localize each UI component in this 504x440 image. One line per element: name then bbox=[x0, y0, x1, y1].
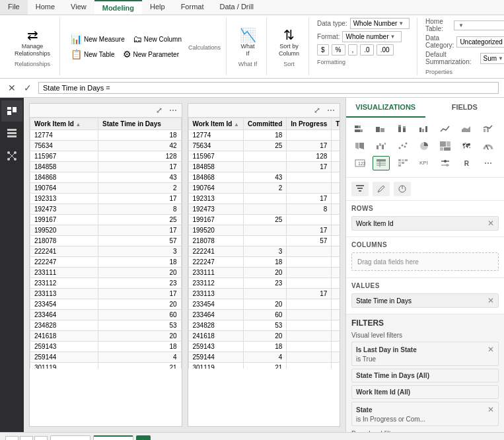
table2-inprogress bbox=[287, 215, 332, 225]
tab-view[interactable]: View bbox=[63, 0, 94, 15]
data-category-dropdown[interactable]: Uncategorized ▼ bbox=[456, 36, 504, 48]
table2-total: 17 bbox=[332, 289, 340, 299]
viz-clustered-col[interactable] bbox=[415, 122, 433, 136]
table2-workitemid: 192473 bbox=[188, 204, 244, 215]
table2-workitemid: 184858 bbox=[188, 162, 244, 172]
page-tab-2[interactable]: Page 2 bbox=[93, 435, 133, 441]
table2-expand-btn[interactable]: ⤢ bbox=[312, 105, 322, 116]
svg-rect-60 bbox=[357, 188, 363, 189]
home-table-dropdown[interactable]: ▼ bbox=[454, 20, 504, 30]
state-days-remove-btn[interactable]: ✕ bbox=[487, 296, 494, 305]
currency-button[interactable]: $ bbox=[317, 44, 329, 55]
viz-table[interactable] bbox=[373, 156, 390, 170]
table-row: 1923131717 bbox=[188, 194, 340, 204]
viz-area[interactable] bbox=[458, 122, 475, 136]
svg-point-34 bbox=[404, 146, 406, 148]
viz-more[interactable]: ⋯ bbox=[480, 156, 497, 170]
sidebar-data-icon[interactable] bbox=[1, 123, 22, 144]
viz-stacked-bar[interactable] bbox=[351, 122, 369, 136]
viz-line-col[interactable] bbox=[480, 122, 497, 136]
data-type-arrow: ▼ bbox=[398, 20, 404, 26]
percent-button[interactable]: % bbox=[332, 44, 345, 55]
ribbon-tabs: File Home View Modeling Help Format Data… bbox=[0, 0, 504, 15]
viz-kpi[interactable]: KPI bbox=[415, 156, 433, 170]
viz-r[interactable]: R bbox=[458, 156, 475, 170]
table1-header-bar: ⤢ ⋯ bbox=[30, 104, 182, 118]
decimal-increase-button[interactable]: .00 bbox=[377, 44, 394, 55]
viz-card[interactable]: 123 bbox=[351, 156, 369, 170]
table2-inprogress bbox=[287, 342, 332, 352]
formula-confirm-button[interactable]: ✓ bbox=[21, 81, 34, 94]
manage-relationships-button[interactable]: ⇄ ManageRelationships bbox=[11, 26, 54, 60]
table1-statedays: 128 bbox=[98, 151, 181, 162]
nav-next-btn[interactable]: ▶ bbox=[34, 436, 48, 441]
filter-last-day-header: Is Last Day in State ✕ bbox=[356, 345, 494, 354]
svg-rect-30 bbox=[382, 145, 384, 149]
filter-state-remove[interactable]: ✕ bbox=[487, 405, 494, 414]
viz-filter-analytics-btn[interactable] bbox=[394, 182, 411, 196]
tab-modeling[interactable]: Modeling bbox=[94, 0, 142, 15]
nav-prev-btn[interactable]: ◀ bbox=[20, 436, 33, 441]
viz-slicer[interactable] bbox=[437, 156, 454, 170]
formula-cancel-button[interactable]: ✕ bbox=[5, 81, 18, 94]
filter-state-name: State bbox=[356, 406, 372, 414]
table2-committed: 18 bbox=[244, 342, 287, 352]
filter-state-time-in-days[interactable]: State Time in Days (All) bbox=[351, 369, 499, 383]
state-days-chip[interactable]: State Time in Days ✕ bbox=[351, 293, 499, 308]
new-measure-button[interactable]: 📊 New Measure bbox=[68, 32, 127, 46]
sort-by-column-button[interactable]: ⇅ Sort byColumn bbox=[275, 26, 303, 60]
columns-drop-zone[interactable]: Drag data fields here bbox=[351, 252, 499, 271]
viz-filter-fields-btn[interactable] bbox=[351, 182, 369, 196]
comma-button[interactable]: , bbox=[348, 44, 358, 55]
sidebar-model-icon[interactable] bbox=[1, 145, 22, 166]
nav-first-btn[interactable]: ◀◀ bbox=[5, 436, 18, 441]
decimal-decrease-button[interactable]: .0 bbox=[360, 44, 373, 55]
tab-data-drill[interactable]: Data / Drill bbox=[211, 0, 261, 15]
data-type-dropdown[interactable]: Whole Number ▼ bbox=[350, 18, 410, 29]
viz-filter-format-btn[interactable] bbox=[373, 182, 390, 196]
viz-scatter[interactable] bbox=[394, 139, 412, 153]
formula-bar-input[interactable] bbox=[38, 82, 499, 94]
viz-treemap[interactable] bbox=[437, 139, 454, 153]
work-item-id-chip[interactable]: Work Item Id ✕ bbox=[351, 216, 499, 231]
filter-state[interactable]: State ✕ is In Progress or Com... bbox=[351, 402, 499, 426]
tab-help[interactable]: Help bbox=[142, 0, 173, 15]
viz-map[interactable]: 🗺 bbox=[458, 139, 475, 153]
filter-last-day-remove[interactable]: ✕ bbox=[487, 345, 494, 354]
sidebar-report-icon[interactable] bbox=[1, 100, 22, 122]
format-dropdown[interactable]: Whole number ▼ bbox=[342, 31, 402, 42]
table1-expand-btn[interactable]: ⤢ bbox=[154, 105, 164, 116]
viz-clustered-bar[interactable] bbox=[373, 122, 390, 136]
viz-waterfall[interactable] bbox=[373, 139, 390, 153]
table2-inprogress bbox=[287, 278, 332, 289]
page-tab-1[interactable]: Page 1 bbox=[50, 435, 90, 440]
svg-rect-21 bbox=[403, 126, 406, 128]
table2-menu-btn[interactable]: ⋯ bbox=[325, 105, 337, 116]
tab-visualizations[interactable]: VISUALIZATIONS bbox=[346, 98, 425, 118]
viz-stacked-col[interactable] bbox=[394, 122, 412, 136]
summarization-dropdown[interactable]: Sum ▼ bbox=[480, 53, 504, 64]
table1-statedays: 43 bbox=[98, 172, 181, 183]
table1-menu-btn[interactable]: ⋯ bbox=[167, 105, 179, 116]
tab-file[interactable]: File bbox=[0, 0, 28, 15]
viz-pie[interactable] bbox=[415, 139, 433, 153]
viz-ribbon[interactable] bbox=[351, 139, 369, 153]
filter-last-day-in-state[interactable]: Is Last Day in State ✕ is True bbox=[351, 342, 499, 366]
new-table-button[interactable]: 📋 New Table bbox=[68, 48, 118, 61]
tab-fields[interactable]: FIELDS bbox=[425, 98, 505, 118]
work-item-id-remove-btn[interactable]: ✕ bbox=[487, 219, 494, 228]
table1-scroll[interactable]: Work Item Id ▲ State Time in Days 127741… bbox=[30, 118, 182, 369]
table1-workitemid: 241618 bbox=[30, 331, 98, 342]
viz-matrix[interactable] bbox=[394, 156, 412, 170]
new-column-button[interactable]: 🗂 New Column bbox=[130, 32, 184, 46]
viz-gauge[interactable] bbox=[480, 139, 497, 153]
tab-format[interactable]: Format bbox=[173, 0, 212, 15]
filter-work-item-id[interactable]: Work Item Id (All) bbox=[351, 385, 499, 399]
add-page-button[interactable]: + bbox=[136, 435, 151, 441]
viz-line[interactable] bbox=[437, 122, 454, 136]
new-parameter-button[interactable]: ⚙ New Parameter bbox=[120, 48, 182, 61]
table2-scroll[interactable]: Work Item Id ▲ Committed In Progress Tot… bbox=[188, 118, 340, 369]
ribbon-group-container-sort: ⇅ Sort byColumn Sort bbox=[275, 26, 303, 68]
what-if-button[interactable]: 📉 What If bbox=[234, 26, 261, 60]
tab-home[interactable]: Home bbox=[28, 0, 63, 15]
